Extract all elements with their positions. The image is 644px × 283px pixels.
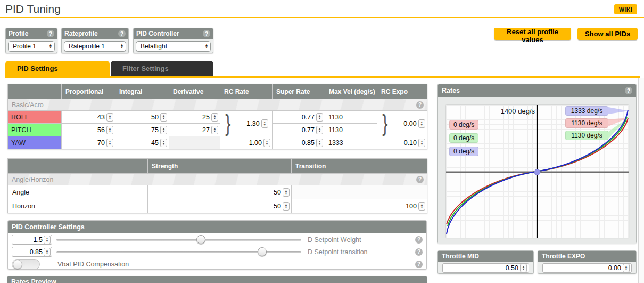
pid-controller-settings-header: PID Controller Settings [8,221,426,233]
help-icon[interactable]: ? [416,176,424,183]
number-stepper[interactable]: ▲▼ [160,139,167,147]
number-stepper[interactable]: ▲▼ [211,113,218,122]
help-icon[interactable]: ? [203,30,210,37]
pid-controller-box: PID Controller ? Betaflight ▲▼ [133,28,213,53]
rates-chart-body: 1400 deg/s 0 deg/s 0 deg/s 0 deg/s 1333 … [438,97,636,244]
roll-axis-label: ROLL [8,111,62,124]
yaw-super-rate-input[interactable] [288,139,315,147]
roll-pitch-rc-rate-input[interactable] [233,120,260,127]
slider-handle[interactable] [258,247,267,256]
pitch-i-input[interactable] [132,126,159,134]
roll-max-rate-badge: 1130 deg/s [565,118,608,128]
rateprofile-select[interactable]: Rateprofile 1 ▲▼ [64,41,126,52]
reset-profile-values-button[interactable]: Reset all profile values [494,28,571,40]
tab-pid-settings[interactable]: PID Settings [5,61,110,76]
max-rate-center-label: 1400 deg/s [501,107,535,115]
group-basic-acro: Basic/Acro ? [8,99,427,111]
col-rc-expo: RC Expo [377,84,427,99]
number-stepper[interactable]: ▲▼ [418,119,425,128]
rates-panel: Rates ? 1400 deg/s 0 deg/s 0 deg/s 0 deg… [437,84,637,244]
number-stepper[interactable]: ▲▼ [418,202,425,211]
number-stepper[interactable]: ▲▼ [263,139,270,147]
number-stepper[interactable]: ▲▼ [316,139,323,147]
yaw-p-input[interactable] [78,139,105,147]
slider-track[interactable] [56,239,301,241]
scrollbar[interactable] [639,78,644,283]
d-setpoint-weight-input[interactable] [18,236,43,244]
rates-panel-header: Rates ? [438,84,636,97]
yaw-i-input[interactable] [132,139,159,147]
angle-strength-input[interactable] [254,189,281,196]
tab-filter-settings[interactable]: Filter Settings [111,61,213,76]
pitch-p-input[interactable] [78,126,105,134]
number-stepper[interactable]: ▲▼ [160,113,167,122]
toggle-knob[interactable] [13,260,22,269]
col-max-vel: Max Vel (deg/s) [325,84,377,99]
select-arrows-icon: ▲▼ [120,44,123,49]
d-setpoint-transition-row: ▲▼ D Setpoint transition ? [8,246,426,258]
profile-label: Profile [9,30,28,37]
pitch-d-input[interactable] [183,126,210,134]
roll-pitch-rc-expo-input[interactable] [390,120,417,127]
number-stepper[interactable]: ▲▼ [106,113,113,122]
pitch-axis-label: PITCH [8,124,62,136]
yaw-zero-rate-badge: 0 deg/s [449,147,478,156]
pid-controller-box-header: PID Controller ? [134,28,213,39]
pid-controller-select[interactable]: Betaflight ▲▼ [136,41,211,52]
vbat-pid-compensation-label: Vbat PID Compensation [57,261,415,268]
number-stepper[interactable]: ▲▼ [623,264,630,272]
rateprofile-label: Rateprofile [64,30,98,37]
help-icon[interactable]: ? [415,248,423,256]
throttle-expo-input[interactable] [589,264,621,272]
number-stepper[interactable]: ▲▼ [211,126,218,134]
number-stepper[interactable]: ▲▼ [106,139,113,147]
d-setpoint-transition-label: D Setpoint transition [308,248,415,256]
col-derivative: Derivative [169,84,220,99]
number-stepper[interactable]: ▲▼ [316,113,323,122]
vbat-pid-compensation-toggle[interactable] [12,259,40,270]
throttle-mid-input[interactable] [486,264,518,272]
profile-select[interactable]: Profile 1 ▲▼ [8,41,55,52]
roll-d-input[interactable] [183,114,210,121]
number-stepper[interactable]: ▲▼ [418,139,425,147]
pitch-super-rate-input[interactable] [288,126,315,134]
d-setpoint-transition-slider[interactable] [56,247,301,256]
help-icon[interactable]: ? [118,30,126,37]
help-icon[interactable]: ? [415,261,423,268]
show-all-pids-button[interactable]: Show all PIDs [577,28,638,40]
rates-preview-title: Rates Preview [11,278,56,283]
roll-super-rate-input[interactable] [288,114,315,121]
wiki-button[interactable]: WIKI [614,4,637,14]
number-stepper[interactable]: ▲▼ [44,248,51,256]
help-icon[interactable]: ? [47,30,54,37]
horizon-strength-input[interactable] [254,203,281,210]
number-stepper[interactable]: ▲▼ [160,126,167,134]
col-blank [8,159,148,174]
roll-zero-rate-badge: 0 deg/s [449,120,478,130]
number-stepper[interactable]: ▲▼ [316,126,323,134]
number-stepper[interactable]: ▲▼ [106,126,113,134]
d-setpoint-transition-input[interactable] [18,248,43,256]
horizon-transition-input[interactable] [390,203,417,210]
group-angle-horizon-label: Angle/Horizon [12,176,54,183]
number-stepper[interactable]: ▲▼ [283,188,290,197]
number-stepper[interactable]: ▲▼ [261,119,268,128]
roll-i-input[interactable] [132,114,159,121]
help-icon[interactable]: ? [415,236,423,244]
throttle-expo-header: Throttle EXPO [538,251,636,262]
number-stepper[interactable]: ▲▼ [44,236,51,244]
linked-fields-brace: } [382,111,387,136]
number-stepper[interactable]: ▲▼ [520,264,527,272]
help-icon[interactable]: ? [625,87,632,94]
yaw-rc-rate-input[interactable] [235,139,262,147]
help-icon[interactable]: ? [416,101,424,109]
table-row-roll: ROLL ▲▼ ▲▼ ▲▼ } ▲▼ ▲▼ 1130 } ▲▼ [8,111,427,124]
select-arrows-icon: ▲▼ [205,44,208,49]
number-stepper[interactable]: ▲▼ [283,202,290,211]
yaw-rc-expo-input[interactable] [390,139,417,147]
slider-handle[interactable] [196,235,205,244]
d-setpoint-weight-slider[interactable] [56,235,301,244]
pid-controller-settings-title: PID Controller Settings [12,223,85,231]
roll-p-input[interactable] [78,114,105,121]
rateprofile-box: Rateprofile ? Rateprofile 1 ▲▼ [61,28,129,53]
